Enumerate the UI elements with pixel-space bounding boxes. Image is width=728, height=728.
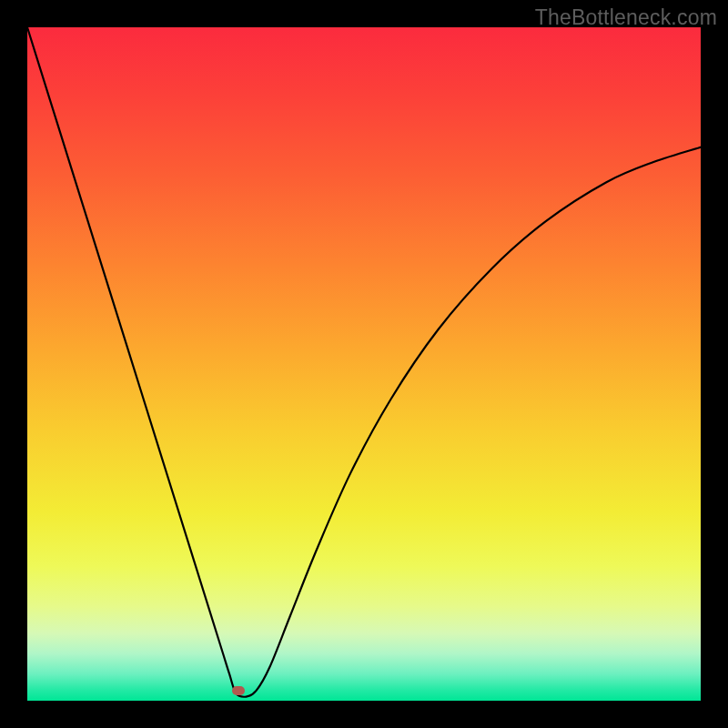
watermark-text: TheBottleneck.com (535, 5, 717, 30)
chart-stage: TheBottleneck.com (0, 0, 728, 728)
optimal-point-marker (232, 686, 245, 695)
plot-area (27, 27, 701, 701)
bottleneck-curve (27, 27, 701, 701)
